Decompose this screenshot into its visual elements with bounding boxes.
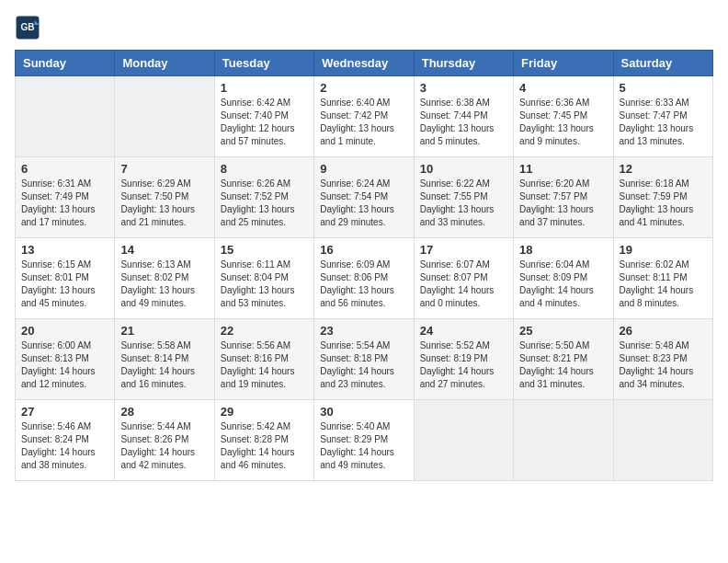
day-number: 9 xyxy=(320,162,407,176)
day-number: 30 xyxy=(320,405,407,419)
calendar-cell: 10Sunrise: 6:22 AM Sunset: 7:55 PM Dayli… xyxy=(414,157,513,238)
weekday-header: Thursday xyxy=(414,51,513,76)
day-info: Sunrise: 6:36 AM Sunset: 7:45 PM Dayligh… xyxy=(519,97,607,148)
day-info: Sunrise: 6:24 AM Sunset: 7:54 PM Dayligh… xyxy=(320,178,407,229)
calendar-cell: 17Sunrise: 6:07 AM Sunset: 8:07 PM Dayli… xyxy=(414,238,513,319)
day-number: 5 xyxy=(620,81,707,95)
day-info: Sunrise: 6:22 AM Sunset: 7:55 PM Dayligh… xyxy=(420,178,507,229)
day-info: Sunrise: 6:00 AM Sunset: 8:13 PM Dayligh… xyxy=(21,339,108,391)
day-info: Sunrise: 5:48 AM Sunset: 8:23 PM Dayligh… xyxy=(620,339,707,391)
day-info: Sunrise: 5:42 AM Sunset: 8:28 PM Dayligh… xyxy=(221,420,308,472)
day-number: 27 xyxy=(21,405,108,419)
day-info: Sunrise: 6:20 AM Sunset: 7:57 PM Dayligh… xyxy=(519,178,607,229)
day-number: 21 xyxy=(120,324,208,338)
calendar-cell: 15Sunrise: 6:11 AM Sunset: 8:04 PM Dayli… xyxy=(214,238,313,319)
day-info: Sunrise: 6:04 AM Sunset: 8:09 PM Dayligh… xyxy=(519,259,607,310)
day-number: 23 xyxy=(320,324,407,338)
day-number: 29 xyxy=(221,405,308,419)
day-info: Sunrise: 5:54 AM Sunset: 8:18 PM Dayligh… xyxy=(320,339,407,391)
calendar-cell: 12Sunrise: 6:18 AM Sunset: 7:59 PM Dayli… xyxy=(613,157,712,238)
calendar-cell: 14Sunrise: 6:13 AM Sunset: 8:02 PM Dayli… xyxy=(115,238,214,319)
calendar-cell: 23Sunrise: 5:54 AM Sunset: 8:18 PM Dayli… xyxy=(314,319,414,400)
calendar-cell: 26Sunrise: 5:48 AM Sunset: 8:23 PM Dayli… xyxy=(613,319,712,400)
calendar-cell: 5Sunrise: 6:33 AM Sunset: 7:47 PM Daylig… xyxy=(613,76,712,157)
day-info: Sunrise: 5:46 AM Sunset: 8:24 PM Dayligh… xyxy=(21,420,108,472)
svg-text:GB: GB xyxy=(20,22,34,32)
logo: GB xyxy=(15,15,44,40)
day-number: 6 xyxy=(21,162,108,176)
day-info: Sunrise: 6:15 AM Sunset: 8:01 PM Dayligh… xyxy=(21,259,108,310)
calendar-cell: 24Sunrise: 5:52 AM Sunset: 8:19 PM Dayli… xyxy=(414,319,513,400)
calendar-cell xyxy=(414,400,513,481)
day-info: Sunrise: 5:58 AM Sunset: 8:14 PM Dayligh… xyxy=(120,339,208,391)
day-number: 22 xyxy=(221,324,308,338)
calendar-cell: 29Sunrise: 5:42 AM Sunset: 8:28 PM Dayli… xyxy=(214,400,313,481)
day-number: 10 xyxy=(420,162,507,176)
day-number: 28 xyxy=(120,405,208,419)
calendar-cell: 22Sunrise: 5:56 AM Sunset: 8:16 PM Dayli… xyxy=(214,319,313,400)
day-number: 24 xyxy=(420,324,507,338)
calendar-cell: 16Sunrise: 6:09 AM Sunset: 8:06 PM Dayli… xyxy=(314,238,414,319)
calendar-cell xyxy=(514,400,613,481)
day-number: 8 xyxy=(221,162,308,176)
day-info: Sunrise: 5:56 AM Sunset: 8:16 PM Dayligh… xyxy=(221,339,308,391)
day-info: Sunrise: 6:38 AM Sunset: 7:44 PM Dayligh… xyxy=(420,97,507,148)
day-info: Sunrise: 6:29 AM Sunset: 7:50 PM Dayligh… xyxy=(120,178,208,229)
day-info: Sunrise: 6:31 AM Sunset: 7:49 PM Dayligh… xyxy=(21,178,108,229)
logo-icon: GB xyxy=(15,15,40,40)
calendar-cell xyxy=(613,400,712,481)
day-info: Sunrise: 6:40 AM Sunset: 7:42 PM Dayligh… xyxy=(320,97,407,148)
day-number: 18 xyxy=(519,243,607,257)
calendar-cell: 3Sunrise: 6:38 AM Sunset: 7:44 PM Daylig… xyxy=(414,76,513,157)
day-info: Sunrise: 6:18 AM Sunset: 7:59 PM Dayligh… xyxy=(620,178,707,229)
weekday-header: Sunday xyxy=(16,51,115,76)
day-info: Sunrise: 5:52 AM Sunset: 8:19 PM Dayligh… xyxy=(420,339,507,391)
weekday-header: Friday xyxy=(514,51,613,76)
day-number: 19 xyxy=(620,243,707,257)
day-info: Sunrise: 5:40 AM Sunset: 8:29 PM Dayligh… xyxy=(320,420,407,472)
calendar-cell: 8Sunrise: 6:26 AM Sunset: 7:52 PM Daylig… xyxy=(214,157,313,238)
calendar-cell: 7Sunrise: 6:29 AM Sunset: 7:50 PM Daylig… xyxy=(115,157,214,238)
day-info: Sunrise: 5:50 AM Sunset: 8:21 PM Dayligh… xyxy=(519,339,607,391)
calendar-cell: 21Sunrise: 5:58 AM Sunset: 8:14 PM Dayli… xyxy=(115,319,214,400)
calendar-cell: 1Sunrise: 6:42 AM Sunset: 7:40 PM Daylig… xyxy=(214,76,313,157)
day-number: 12 xyxy=(620,162,707,176)
weekday-header: Saturday xyxy=(613,51,712,76)
calendar-cell: 25Sunrise: 5:50 AM Sunset: 8:21 PM Dayli… xyxy=(514,319,613,400)
calendar-cell: 6Sunrise: 6:31 AM Sunset: 7:49 PM Daylig… xyxy=(16,157,115,238)
day-info: Sunrise: 6:02 AM Sunset: 8:11 PM Dayligh… xyxy=(620,259,707,310)
calendar-cell: 27Sunrise: 5:46 AM Sunset: 8:24 PM Dayli… xyxy=(16,400,115,481)
day-number: 15 xyxy=(221,243,308,257)
calendar-table: SundayMondayTuesdayWednesdayThursdayFrid… xyxy=(15,50,713,481)
day-number: 7 xyxy=(120,162,208,176)
day-info: Sunrise: 6:09 AM Sunset: 8:06 PM Dayligh… xyxy=(320,259,407,310)
calendar-cell xyxy=(16,76,115,157)
day-number: 17 xyxy=(420,243,507,257)
calendar-cell: 4Sunrise: 6:36 AM Sunset: 7:45 PM Daylig… xyxy=(514,76,613,157)
day-number: 11 xyxy=(519,162,607,176)
weekday-header: Tuesday xyxy=(214,51,313,76)
calendar-cell: 19Sunrise: 6:02 AM Sunset: 8:11 PM Dayli… xyxy=(613,238,712,319)
calendar-cell: 9Sunrise: 6:24 AM Sunset: 7:54 PM Daylig… xyxy=(314,157,414,238)
day-info: Sunrise: 6:42 AM Sunset: 7:40 PM Dayligh… xyxy=(221,97,308,148)
day-info: Sunrise: 6:33 AM Sunset: 7:47 PM Dayligh… xyxy=(620,97,707,148)
day-number: 14 xyxy=(120,243,208,257)
weekday-header: Monday xyxy=(115,51,214,76)
day-number: 20 xyxy=(21,324,108,338)
day-number: 1 xyxy=(221,81,308,95)
day-number: 26 xyxy=(620,324,707,338)
day-number: 13 xyxy=(21,243,108,257)
day-info: Sunrise: 5:44 AM Sunset: 8:26 PM Dayligh… xyxy=(120,420,208,472)
calendar-cell: 20Sunrise: 6:00 AM Sunset: 8:13 PM Dayli… xyxy=(16,319,115,400)
calendar-cell: 11Sunrise: 6:20 AM Sunset: 7:57 PM Dayli… xyxy=(514,157,613,238)
day-number: 2 xyxy=(320,81,407,95)
calendar-cell: 13Sunrise: 6:15 AM Sunset: 8:01 PM Dayli… xyxy=(16,238,115,319)
day-number: 4 xyxy=(519,81,607,95)
calendar-cell: 18Sunrise: 6:04 AM Sunset: 8:09 PM Dayli… xyxy=(514,238,613,319)
day-number: 25 xyxy=(519,324,607,338)
day-info: Sunrise: 6:11 AM Sunset: 8:04 PM Dayligh… xyxy=(221,259,308,310)
day-info: Sunrise: 6:13 AM Sunset: 8:02 PM Dayligh… xyxy=(120,259,208,310)
calendar-cell: 30Sunrise: 5:40 AM Sunset: 8:29 PM Dayli… xyxy=(314,400,414,481)
calendar-cell: 2Sunrise: 6:40 AM Sunset: 7:42 PM Daylig… xyxy=(314,76,414,157)
calendar-cell: 28Sunrise: 5:44 AM Sunset: 8:26 PM Dayli… xyxy=(115,400,214,481)
